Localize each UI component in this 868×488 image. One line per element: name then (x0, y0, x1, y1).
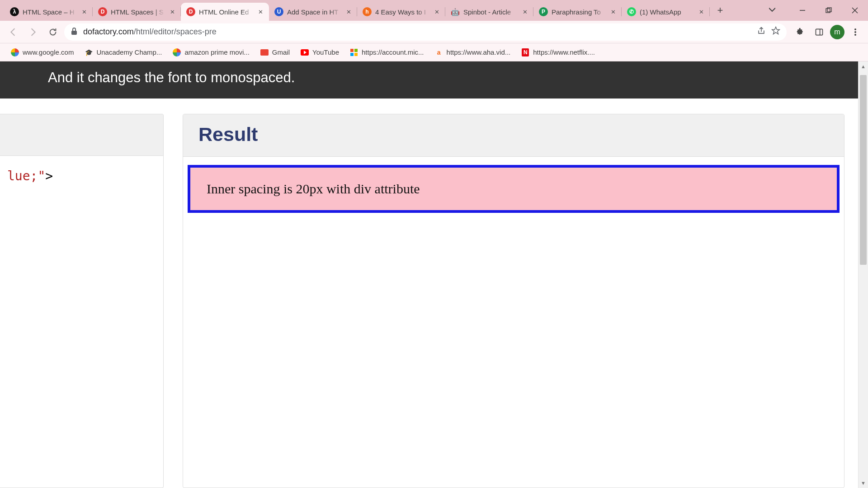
svg-rect-6 (816, 29, 823, 35)
close-window-button[interactable] (842, 0, 868, 21)
bookmark-star-button[interactable] (771, 26, 780, 38)
close-icon[interactable]: ✕ (168, 8, 176, 16)
bookmark-netflix[interactable]: N https://www.netflix.... (517, 46, 599, 59)
google-icon (173, 48, 181, 56)
tab-title: Paraphrasing To (552, 8, 605, 16)
tab-strip: λ HTML Space – H ✕ D HTML Spaces | S ✕ D… (0, 0, 868, 21)
scrollbar-thumb[interactable] (860, 75, 867, 265)
result-panel: Result Inner spacing is 20px with div at… (183, 114, 844, 488)
result-body: Inner spacing is 20px with div attribute (183, 157, 844, 488)
address-bar[interactable]: dofactory.com/html/editor/spaces-pre (64, 23, 787, 41)
tab-html-online-editor[interactable]: D HTML Online Ed ✕ (181, 3, 269, 21)
avatar-letter: m (834, 28, 840, 36)
chrome-menu-button[interactable] (847, 24, 863, 40)
chevron-down-icon (769, 7, 775, 13)
result-header: Result (183, 114, 844, 157)
panel-icon (815, 28, 824, 37)
bookmark-label: https://www.aha.vid... (447, 48, 511, 56)
close-icon[interactable]: ✕ (80, 8, 88, 16)
bookmark-label: https://www.netflix.... (533, 48, 595, 56)
url-text: dofactory.com/html/editor/spaces-pre (83, 27, 217, 37)
code-panel-header (0, 114, 163, 156)
demo-text: Inner spacing is 20px with div attribute (207, 181, 420, 196)
code-panel: lue;"> (0, 114, 164, 488)
profile-avatar[interactable]: m (830, 25, 844, 39)
bookmark-label: Gmail (272, 48, 290, 56)
tab-title: 4 Easy Ways to I (375, 8, 429, 16)
bookmark-amazon-prime[interactable]: amazon prime movi... (168, 46, 254, 59)
close-icon[interactable]: ✕ (344, 8, 353, 16)
back-button[interactable] (5, 23, 22, 41)
bookmark-aha[interactable]: a https://www.aha.vid... (430, 46, 515, 59)
reload-button[interactable] (44, 23, 61, 41)
favicon-h-icon: h (363, 7, 372, 16)
result-heading: Result (198, 123, 829, 145)
tab-whatsapp[interactable]: ✆ (1) WhatsApp ✕ (622, 3, 710, 21)
tab-add-space[interactable]: U Add Space in HT ✕ (269, 3, 357, 21)
bookmark-microsoft-account[interactable]: https://account.mic... (345, 46, 429, 59)
svg-rect-5 (71, 31, 77, 35)
side-panel-button[interactable] (811, 24, 827, 40)
code-editor[interactable]: lue;"> (0, 156, 163, 196)
code-bracket: > (45, 169, 53, 183)
bookmark-youtube[interactable]: YouTube (296, 46, 344, 59)
scroll-up-icon[interactable]: ▲ (859, 61, 868, 71)
page-content: ▲ ▼ And it changes the font to monospace… (0, 61, 868, 488)
maximize-button[interactable] (816, 0, 842, 21)
lock-icon[interactable] (71, 27, 78, 37)
favicon-u-icon: U (274, 7, 283, 16)
tab-title: HTML Online Ed (199, 8, 253, 16)
bookmark-google[interactable]: www.google.com (6, 46, 78, 59)
tab-title: HTML Spaces | S (111, 8, 165, 16)
microsoft-icon (350, 48, 358, 56)
close-icon[interactable]: ✕ (433, 8, 441, 16)
share-button[interactable] (757, 26, 766, 38)
close-icon[interactable]: ✕ (521, 8, 529, 16)
url-host: dofactory.com (83, 27, 134, 36)
svg-point-10 (854, 34, 856, 36)
google-icon (11, 48, 19, 56)
scroll-down-icon[interactable]: ▼ (859, 478, 868, 488)
tab-title: (1) WhatsApp (640, 8, 693, 16)
netflix-icon: N (521, 48, 529, 56)
favicon-lambda-icon: λ (10, 7, 19, 16)
tab-html-spaces[interactable]: D HTML Spaces | S ✕ (93, 3, 181, 21)
favicon-d-icon: D (98, 7, 107, 16)
favicon-whatsapp-icon: ✆ (627, 7, 636, 16)
bookmark-label: Unacademy Champ... (96, 48, 162, 56)
close-icon[interactable]: ✕ (256, 8, 264, 16)
bookmark-gmail[interactable]: Gmail (256, 46, 294, 59)
tab-html-space[interactable]: λ HTML Space – H ✕ (5, 3, 93, 21)
tab-4-easy-ways[interactable]: h 4 Easy Ways to I ✕ (357, 3, 445, 21)
code-fragment: lue;" (7, 169, 45, 183)
bookmark-label: amazon prime movi... (184, 48, 249, 56)
editor-area: lue;"> Result Inner spacing is 20px with… (0, 99, 858, 488)
scrollbar[interactable]: ▲ ▼ (858, 61, 868, 488)
arrow-left-icon (8, 27, 18, 37)
puzzle-icon (796, 28, 805, 37)
result-demo-box: Inner spacing is 20px with div attribute (188, 165, 840, 213)
bookmark-unacademy[interactable]: 🎓 Unacademy Champ... (80, 46, 166, 59)
gmail-icon (260, 48, 269, 56)
svg-point-8 (854, 28, 856, 30)
maximize-icon (826, 7, 832, 14)
bookmark-label: YouTube (312, 48, 339, 56)
reload-icon (48, 27, 58, 37)
tab-title: Spinbot - Article (463, 8, 517, 16)
new-tab-button[interactable]: + (712, 3, 728, 18)
tab-title: HTML Space – H (23, 8, 76, 16)
tab-paraphrasing[interactable]: P Paraphrasing To ✕ (533, 3, 622, 21)
close-icon[interactable]: ✕ (697, 8, 705, 16)
extensions-button[interactable] (792, 24, 808, 40)
tab-spinbot[interactable]: 🤖 Spinbot - Article ✕ (445, 3, 533, 21)
banner-text: And it changes the font to monospaced. (48, 70, 295, 85)
kebab-icon (851, 28, 859, 36)
minimize-button[interactable] (789, 0, 816, 21)
svg-point-9 (854, 31, 856, 33)
tab-search-button[interactable] (763, 7, 781, 14)
tab-title: Add Space in HT (287, 8, 341, 16)
favicon-robot-icon: 🤖 (451, 7, 460, 16)
window-controls (763, 0, 868, 21)
forward-button[interactable] (24, 23, 42, 41)
close-icon[interactable]: ✕ (609, 8, 617, 16)
